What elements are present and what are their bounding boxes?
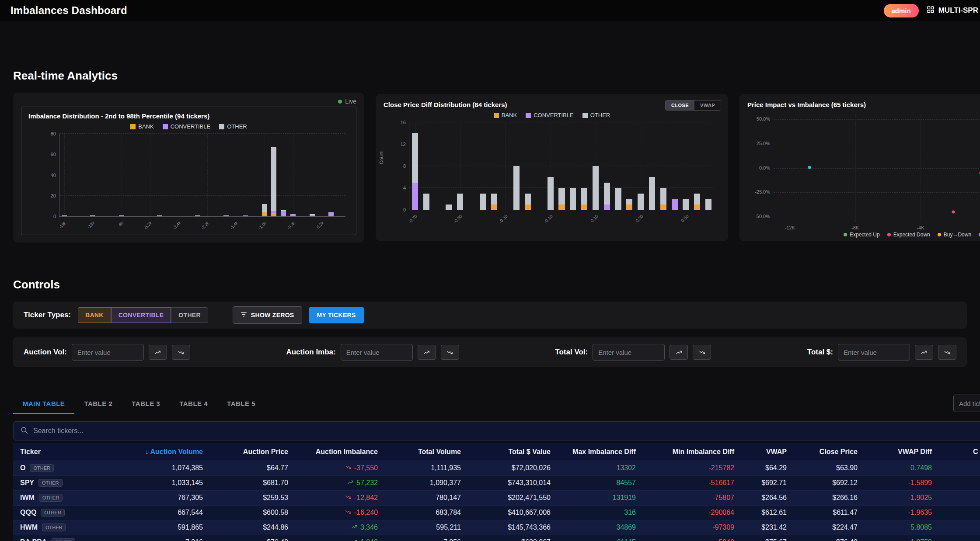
cell-ticker: BA.PRAOTHER <box>13 535 101 541</box>
scatter-point <box>808 166 811 169</box>
table-row[interactable]: BA.PRAOTHER7,216$76.481,0487,856$620,067… <box>13 535 980 541</box>
bar-slot <box>421 123 432 210</box>
x-tick-label: -0.50 <box>453 214 463 224</box>
cell-total-volume: 683,784 <box>385 505 468 520</box>
cell-max-imbalance-diff: 34869 <box>558 520 643 535</box>
admin-badge[interactable]: admin <box>884 4 919 17</box>
cell-vwap: $692.71 <box>741 475 794 490</box>
bar-slot <box>409 123 421 210</box>
ticker-symbol: HWM <box>20 524 38 531</box>
x-slot <box>703 212 714 229</box>
cell-max-imbalance-diff: 13302 <box>558 461 643 475</box>
cell-total-volume: 780,147 <box>385 490 468 505</box>
search-input[interactable] <box>33 427 980 435</box>
table-row[interactable]: HWMOTHER591,865$244.863,346595,211$145,7… <box>13 520 980 535</box>
tab-table-4[interactable]: TABLE 4 <box>170 394 217 414</box>
column-header-vwap[interactable]: VWAP <box>741 443 794 461</box>
x-slot <box>126 218 136 236</box>
bar-segment-other <box>223 215 229 216</box>
x-slot <box>691 212 703 229</box>
table-row[interactable]: SPYOTHER1,033,145$681.7057,2321,090,377$… <box>13 475 980 490</box>
filter-input-total[interactable] <box>838 344 910 361</box>
price-impact-scatter-card: Price Impact vs Imbalance (65 tickers) 5… <box>739 94 980 241</box>
x-slot <box>241 218 250 236</box>
show-zeros-button[interactable]: SHOW ZEROS <box>233 306 302 324</box>
filters-panel: Auction Vol:Auction Imba:Total Vol:Total… <box>13 337 967 367</box>
legend-item-expected-up: Expected Up <box>844 232 880 238</box>
bar-slot <box>98 134 107 216</box>
tab-main-table[interactable]: MAIN TABLE <box>13 394 74 414</box>
tab-table-3[interactable]: TABLE 3 <box>122 394 170 414</box>
y-tick-label: 60 <box>51 152 59 157</box>
filter-input-total-vol[interactable] <box>593 344 665 361</box>
close-vwap-toggle: CLOSEVWAP <box>665 100 721 111</box>
ticker-type-badge: OTHER <box>42 524 66 531</box>
column-header-c[interactable]: C <box>939 443 980 461</box>
stacked-bar <box>271 147 276 216</box>
table-row[interactable]: IWMOTHER767,305$259.53-12,842780,147$202… <box>13 490 980 505</box>
table-row[interactable]: OOTHER1,074,385$64.77-37,5501,111,935$72… <box>13 461 980 475</box>
column-header-close-price[interactable]: Close Price <box>794 443 865 461</box>
filter-input-auction-vol[interactable] <box>72 344 144 361</box>
bar-slot <box>454 123 466 210</box>
filter-input-auction-imba[interactable] <box>341 344 413 361</box>
workspace-selector[interactable]: MULTI-SPR <box>927 6 978 16</box>
table-row[interactable]: QQQOTHER667,544$600.58-16,240683,784$410… <box>13 505 980 520</box>
ticker-type-badge: OTHER <box>30 464 54 472</box>
sort-desc-icon: ↓ <box>145 448 148 455</box>
chart1-plot: 020406080 <box>59 134 345 217</box>
column-header-vwap-diff[interactable]: VWAP Diff <box>865 443 939 461</box>
filter-trend-up-button-total-vol[interactable] <box>670 345 688 360</box>
gridline <box>774 168 980 169</box>
column-header-total-value[interactable]: Total $ Value <box>468 443 558 461</box>
cell-close-price: $692.12 <box>794 475 865 490</box>
column-header-min-imbalance-diff[interactable]: Min Imbalance Diff <box>643 443 741 461</box>
bar-slot <box>250 134 260 216</box>
ticker-type-convertible-button[interactable]: CONVERTIBLE <box>111 307 171 323</box>
my-tickers-button[interactable]: MY TICKERS <box>309 307 364 323</box>
ticker-type-other-button[interactable]: OTHER <box>171 307 208 323</box>
chart3-legend: Expected UpExpected DownBuy→DownSell→Up <box>844 232 980 238</box>
column-header-auction-volume[interactable]: ↓Auction Volume <box>101 443 210 461</box>
column-header-label: Max Imbalance Diff <box>572 448 636 455</box>
filter-trend-down-button-total-vol[interactable] <box>693 345 711 360</box>
column-header-total-volume[interactable]: Total Volume <box>385 443 468 461</box>
tab-table-2[interactable]: TABLE 2 <box>74 394 122 414</box>
stacked-bar <box>570 188 576 210</box>
column-header-ticker[interactable]: Ticker <box>13 443 101 461</box>
cell-last <box>939 535 980 541</box>
column-header-label: Total $ Value <box>508 448 551 455</box>
ticker-type-bank-button[interactable]: BANK <box>78 307 111 323</box>
stacked-bar <box>672 199 678 210</box>
add-ticker-input[interactable] <box>953 395 980 412</box>
x-slot: 0.10 <box>590 212 601 229</box>
bar-slot <box>145 134 155 216</box>
x-tick-label: -13k <box>87 220 96 230</box>
tab-table-5[interactable]: TABLE 5 <box>217 394 265 414</box>
stacked-bar <box>290 214 296 216</box>
filter-trend-up-button-auction-imba[interactable] <box>418 345 436 360</box>
column-header-auction-imbalance[interactable]: Auction Imbalance <box>295 443 385 461</box>
column-header-max-imbalance-diff[interactable]: Max Imbalance Diff <box>558 443 643 461</box>
cell-min-imbalance-diff: -97309 <box>643 520 741 535</box>
y-tick-label: 4 <box>403 185 409 191</box>
filter-trend-down-button-auction-vol[interactable] <box>172 345 190 360</box>
cell-vwap: $264.56 <box>741 490 794 505</box>
cell-auction-volume: 667,544 <box>101 505 210 520</box>
cell-ticker: QQQOTHER <box>13 505 101 520</box>
filter-trend-up-button-auction-vol[interactable] <box>149 345 167 360</box>
toggle-close-button[interactable]: CLOSE <box>666 101 694 110</box>
cell-total-volume: 595,211 <box>385 520 468 535</box>
imbalance-value: -37,550 <box>345 464 378 472</box>
cell-min-imbalance-diff: -290064 <box>643 505 741 520</box>
bar-segment-convertible <box>290 214 296 216</box>
cell-min-imbalance-diff: -516617 <box>643 475 741 490</box>
column-header-auction-price[interactable]: Auction Price <box>210 443 295 461</box>
bar-slot <box>279 134 288 216</box>
filter-trend-down-button-total[interactable] <box>938 345 956 360</box>
filter-trend-down-button-auction-imba[interactable] <box>441 345 459 360</box>
legend-label: CONVERTIBLE <box>534 112 574 118</box>
bar-segment-bank <box>271 213 276 216</box>
filter-trend-up-button-total[interactable] <box>915 345 933 360</box>
toggle-vwap-button[interactable]: VWAP <box>694 101 721 110</box>
